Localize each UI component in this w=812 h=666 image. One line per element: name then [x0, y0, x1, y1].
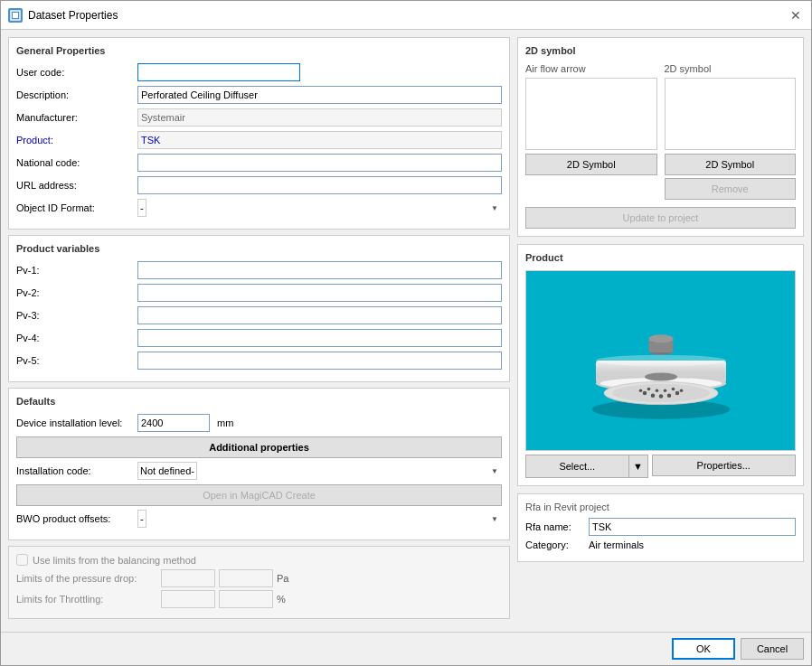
svg-point-24	[648, 334, 673, 342]
device-level-label: Device installation level:	[16, 417, 134, 428]
pv3-label: Pv-3:	[16, 310, 134, 321]
btn-air-flow-symbol[interactable]: 2D Symbol	[525, 154, 657, 175]
object-id-label: Object ID Format:	[16, 202, 134, 213]
left-panel: General Properties User code: Descriptio…	[8, 37, 510, 624]
limits-checkbox[interactable]	[16, 554, 28, 566]
description-label: Description:	[16, 89, 134, 100]
installation-code-row: Installation code: Not defined-	[16, 462, 502, 480]
pv3-row: Pv-3:	[16, 306, 502, 324]
pressure-drop-inputs: Pa	[161, 569, 295, 587]
manufacturer-row: Manufacturer:	[16, 108, 502, 127]
product-image-box	[525, 270, 796, 451]
throttling-input-2[interactable]	[219, 590, 273, 608]
btn-2d-symbol[interactable]: 2D Symbol	[665, 154, 797, 175]
bwo-row: BWO product offsets: -	[16, 510, 502, 528]
dialog-title: Dataset Properties	[28, 9, 118, 22]
national-code-label: National code:	[16, 157, 134, 168]
dialog-body: General Properties User code: Descriptio…	[1, 30, 811, 632]
rfa-category-row: Category: Air terminals	[525, 539, 796, 550]
btn-select[interactable]: Select...	[526, 455, 629, 477]
btn-properties[interactable]: Properties...	[652, 455, 797, 476]
throttling-unit: %	[277, 594, 295, 605]
btn-update-project[interactable]: Update to project	[525, 207, 796, 229]
description-row: Description:	[16, 86, 502, 104]
installation-code-label: Installation code:	[16, 465, 134, 476]
symbol-2d-label: 2D symbol	[665, 63, 797, 74]
pv1-input[interactable]	[137, 261, 502, 279]
svg-point-17	[663, 389, 666, 393]
url-row: URL address:	[16, 176, 502, 194]
air-flow-label: Air flow arrow	[525, 63, 657, 74]
ok-button[interactable]: OK	[672, 638, 735, 660]
product-image	[580, 279, 742, 442]
throttling-input-1[interactable]	[161, 590, 215, 608]
url-input[interactable]	[137, 176, 502, 194]
limits-checkbox-row: Use limits from the balancing method	[16, 554, 502, 566]
svg-point-13	[666, 393, 671, 398]
symbol-2d-title: 2D symbol	[525, 45, 796, 56]
object-id-select[interactable]: -	[137, 199, 146, 217]
device-level-input[interactable]	[137, 414, 210, 432]
rfa-category-label: Category:	[525, 539, 589, 550]
close-button[interactable]: ✕	[788, 7, 804, 23]
rfa-section-title: Rfa in Revit project	[525, 502, 796, 512]
rfa-name-input[interactable]	[589, 518, 796, 536]
dialog-icon	[8, 8, 23, 23]
svg-point-10	[642, 391, 647, 396]
general-properties-section: General Properties User code: Descriptio…	[8, 37, 510, 230]
defaults-section: Defaults Device installation level: mm A…	[8, 388, 510, 540]
installation-code-select[interactable]: Not defined-	[137, 462, 197, 480]
btn-select-dropdown[interactable]: ▼	[629, 455, 647, 477]
pressure-drop-unit: Pa	[277, 573, 295, 584]
national-code-row: National code:	[16, 154, 502, 172]
rfa-name-row: Rfa name:	[525, 518, 796, 536]
cancel-button[interactable]: Cancel	[741, 638, 804, 660]
pv4-input[interactable]	[137, 329, 502, 347]
bwo-label: BWO product offsets:	[16, 513, 134, 524]
symbol-2d-buttons: 2D Symbol Remove	[665, 154, 797, 200]
pv5-label: Pv-5:	[16, 355, 134, 366]
product-variables-section: Product variables Pv-1: Pv-2: Pv-3: Pv-4…	[8, 235, 510, 382]
device-level-row: Device installation level: mm	[16, 414, 502, 432]
bwo-select[interactable]: -	[137, 510, 146, 528]
pv4-label: Pv-4:	[16, 333, 134, 343]
btn-remove[interactable]: Remove	[665, 178, 797, 200]
product-row: Product:	[16, 131, 502, 149]
pv5-input[interactable]	[137, 352, 502, 370]
pv2-input[interactable]	[137, 284, 502, 302]
product-input[interactable]	[137, 131, 502, 149]
pressure-drop-input-1[interactable]	[161, 569, 215, 587]
pv4-row: Pv-4:	[16, 329, 502, 347]
defaults-title: Defaults	[16, 396, 502, 407]
svg-point-16	[655, 389, 658, 393]
svg-point-12	[658, 394, 663, 399]
limits-checkbox-label: Use limits from the balancing method	[33, 555, 196, 566]
pv3-input[interactable]	[137, 306, 502, 324]
symbol-2d-preview	[665, 78, 797, 150]
additional-properties-button[interactable]: Additional properties	[16, 436, 502, 458]
url-label: URL address:	[16, 180, 134, 191]
user-code-input[interactable]	[137, 63, 300, 81]
throttling-row: Limits for Throttling: %	[16, 590, 502, 608]
open-magicad-button[interactable]: Open in MagiCAD Create	[16, 484, 502, 506]
product-variables-title: Product variables	[16, 243, 502, 254]
svg-point-21	[645, 373, 677, 381]
svg-point-25	[596, 355, 726, 367]
pv1-label: Pv-1:	[16, 265, 134, 276]
svg-point-9	[612, 384, 710, 402]
user-code-row: User code:	[16, 63, 502, 81]
pressure-drop-label: Limits of the pressure drop:	[16, 573, 161, 584]
title-bar: Dataset Properties ✕	[1, 1, 811, 30]
pressure-drop-input-2[interactable]	[219, 569, 273, 587]
air-flow-col: Air flow arrow 2D Symbol	[525, 63, 657, 200]
manufacturer-label: Manufacturer:	[16, 112, 134, 123]
symbol-top-row: Air flow arrow 2D Symbol 2D symbol 2D Sy…	[525, 63, 796, 200]
pressure-drop-row: Limits of the pressure drop: Pa	[16, 569, 502, 587]
description-input[interactable]	[137, 86, 502, 104]
manufacturer-input[interactable]	[137, 108, 502, 127]
national-code-input[interactable]	[137, 154, 502, 172]
rfa-category-value: Air terminals	[589, 539, 796, 550]
air-flow-preview	[525, 78, 657, 150]
right-panel: 2D symbol Air flow arrow 2D Symbol 2D sy…	[517, 37, 804, 624]
dialog-footer: OK Cancel	[1, 632, 811, 665]
